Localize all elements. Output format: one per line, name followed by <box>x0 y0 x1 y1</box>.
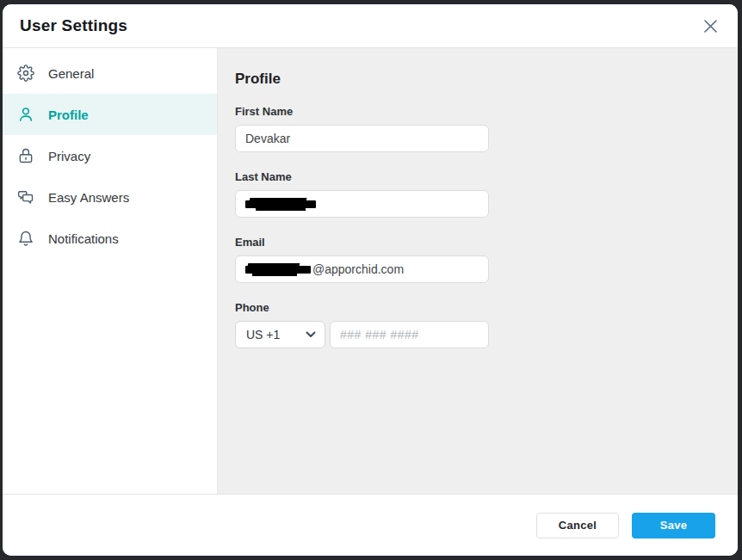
country-code-select[interactable]: US +1 <box>235 321 325 348</box>
sidebar-item-notifications[interactable]: Notifications <box>3 218 217 259</box>
person-icon <box>16 106 34 124</box>
dialog-footer: Cancel Save <box>3 494 738 556</box>
section-heading: Profile <box>235 71 720 88</box>
sidebar-item-label: Privacy <box>48 149 90 163</box>
sidebar-item-label: Notifications <box>48 231 119 246</box>
chat-bubbles-icon <box>16 188 34 206</box>
bell-icon <box>16 230 34 248</box>
country-code-value: US +1 <box>246 328 280 342</box>
redaction-mark <box>245 200 316 208</box>
sidebar-item-profile[interactable]: Profile <box>3 94 217 135</box>
email-group: Email @apporchid.com <box>235 236 720 283</box>
dialog-title: User Settings <box>20 16 127 35</box>
sidebar-item-label: Easy Answers <box>48 190 129 205</box>
phone-group: Phone US +1 <box>235 301 720 348</box>
email-domain-text: @apporchid.com <box>312 262 404 276</box>
gear-icon <box>16 65 34 83</box>
first-name-label: First Name <box>235 105 720 118</box>
redaction-mark <box>245 266 311 274</box>
phone-label: Phone <box>235 301 720 314</box>
save-button[interactable]: Save <box>632 513 715 538</box>
dialog-body: General Profile <box>3 48 738 494</box>
dialog-header: User Settings <box>3 4 738 48</box>
profile-panel: Profile First Name Last Name Email @appo <box>218 48 738 494</box>
first-name-group: First Name <box>235 105 720 152</box>
chevron-down-icon <box>306 331 316 338</box>
phone-input[interactable] <box>330 321 489 348</box>
settings-sidebar: General Profile <box>3 48 218 494</box>
last-name-label: Last Name <box>235 170 720 183</box>
lock-icon <box>16 147 34 165</box>
email-label: Email <box>235 236 720 249</box>
email-input[interactable]: @apporchid.com <box>235 255 489 283</box>
last-name-group: Last Name <box>235 170 720 218</box>
cancel-button[interactable]: Cancel <box>536 513 619 538</box>
sidebar-item-easy-answers[interactable]: Easy Answers <box>3 176 217 218</box>
user-settings-dialog: User Settings General <box>3 4 738 556</box>
sidebar-item-label: Profile <box>48 108 89 122</box>
sidebar-item-general[interactable]: General <box>3 52 217 94</box>
sidebar-item-label: General <box>48 66 94 81</box>
last-name-input[interactable] <box>235 190 489 218</box>
close-icon[interactable] <box>702 17 719 34</box>
sidebar-item-privacy[interactable]: Privacy <box>3 135 217 176</box>
modal-backdrop: User Settings General <box>0 0 742 560</box>
first-name-input[interactable] <box>235 125 489 152</box>
